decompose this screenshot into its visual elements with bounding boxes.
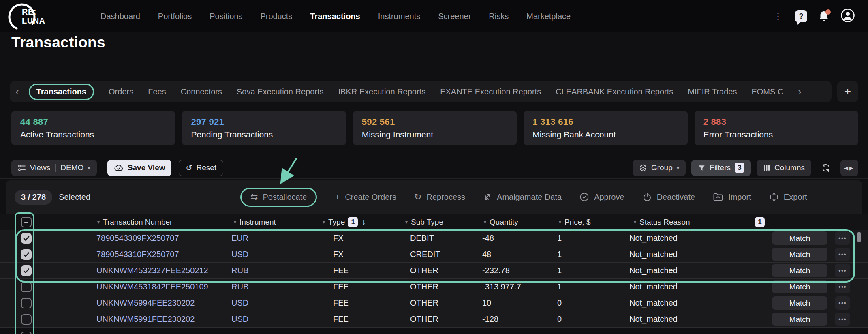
transaction-number-link[interactable]: 7890543310FX250707	[96, 250, 179, 259]
export-button[interactable]: Export	[769, 192, 807, 202]
tab-mifir-trades[interactable]: MIFIR Trades	[688, 87, 737, 96]
transaction-number-link[interactable]: UNKNWM4531842FEE250109	[96, 282, 208, 291]
nav-item-products[interactable]: Products	[260, 12, 292, 21]
stat-card-missing-instrument[interactable]: 592 561 Missing Instrument	[353, 111, 517, 145]
instrument-link[interactable]: USD	[231, 315, 248, 323]
tab-eoms[interactable]: EOMS C	[751, 87, 783, 96]
column-header-instrument[interactable]: ▾ Instrument	[229, 218, 320, 227]
match-button[interactable]: Match	[772, 248, 827, 261]
tabs-scroll-left-icon[interactable]: ‹	[15, 86, 19, 97]
column-header-quantity[interactable]: ▾ Quantity	[482, 218, 557, 227]
column-header-status-reason[interactable]: ▾ Status Reason	[621, 218, 748, 227]
column-menu-icon[interactable]: ▾	[323, 219, 325, 225]
notifications-bell-icon[interactable]	[818, 10, 830, 23]
nav-item-transactions[interactable]: Transactions	[310, 12, 360, 21]
tab-transactions[interactable]: Transactions	[29, 84, 94, 100]
column-menu-icon[interactable]: ▾	[559, 219, 561, 225]
instrument-link[interactable]: USD	[231, 250, 248, 259]
sort-descending-icon[interactable]: ↓	[362, 218, 366, 227]
instrument-link[interactable]: RUB	[231, 266, 248, 275]
match-button[interactable]: Match	[772, 313, 827, 326]
columns-button[interactable]: Columns	[757, 160, 811, 176]
table-row[interactable]: 7890543310FX250707 USD FX CREDIT 48 1 No…	[0, 246, 868, 263]
row-more-icon[interactable]: •••	[835, 264, 850, 277]
app-logo[interactable]: RE: LUNA	[7, 1, 56, 32]
tab-clearbank-execution-reports[interactable]: CLEARBANK Execution Reports	[556, 87, 673, 96]
filters-button[interactable]: Filters 3	[691, 160, 751, 176]
refresh-icon[interactable]	[817, 160, 835, 176]
postallocate-button[interactable]: ⇆ Postallocate	[240, 188, 317, 207]
nav-item-portfolios[interactable]: Portfolios	[158, 12, 192, 21]
tab-orders[interactable]: Orders	[109, 87, 133, 96]
nav-item-instruments[interactable]: Instruments	[378, 12, 420, 21]
row-checkbox[interactable]	[21, 265, 32, 276]
user-avatar-icon[interactable]	[840, 8, 855, 24]
row-more-icon[interactable]: •••	[835, 280, 850, 293]
create-orders-button[interactable]: + Create Orders	[335, 193, 396, 202]
transaction-number-link[interactable]: 7890543309FX250707	[96, 233, 179, 242]
tab-connectors[interactable]: Connectors	[181, 87, 222, 96]
group-dropdown[interactable]: Group ▾	[633, 160, 686, 176]
tab-fees[interactable]: Fees	[148, 87, 166, 96]
transaction-number-link[interactable]: UNKNWM4532327FEE250212	[96, 266, 208, 275]
transaction-number-link[interactable]: UNKNWM5991FEE230202	[96, 315, 195, 323]
instrument-link[interactable]: EUR	[231, 233, 248, 242]
table-row[interactable]: UNKNWM4532327FEE250212 RUB FEE OTHER -23…	[0, 263, 868, 279]
row-more-icon[interactable]: •••	[835, 231, 850, 245]
table-scrollbar-thumb[interactable]	[857, 232, 861, 242]
row-checkbox[interactable]	[21, 298, 32, 308]
column-menu-icon[interactable]: ▾	[405, 219, 408, 225]
stat-card-pending-transactions[interactable]: 297 921 Pending Transactions	[182, 111, 346, 145]
row-more-icon[interactable]: •••	[835, 248, 850, 261]
reset-button[interactable]: ↺ Reset	[179, 160, 223, 176]
tab-sova-execution-reports[interactable]: Sova Execution Reports	[237, 87, 324, 96]
column-menu-icon[interactable]: ▾	[97, 219, 100, 225]
instrument-link[interactable]: RUB	[231, 282, 248, 291]
views-dropdown[interactable]: Views DEMO ▾	[11, 160, 97, 176]
match-button[interactable]: Match	[772, 296, 827, 310]
kebab-menu-icon[interactable]: ⋮	[772, 11, 785, 21]
save-view-button[interactable]: Save View	[107, 160, 172, 176]
amalgamate-data-button[interactable]: Amalgamate Data	[483, 193, 562, 202]
nav-item-marketplace[interactable]: Marketplace	[526, 12, 571, 21]
row-checkbox[interactable]	[21, 233, 32, 244]
table-row[interactable]: UNKNWM4531842FEE250109 RUB FEE OTHER -31…	[0, 279, 868, 295]
column-header-price[interactable]: ▾ Price, $	[557, 218, 621, 227]
help-icon[interactable]: ?	[795, 10, 807, 22]
collapse-expand-panel-icon[interactable]: ◀▶	[840, 160, 858, 176]
nav-item-screener[interactable]: Screener	[438, 12, 471, 21]
add-tab-button[interactable]: +	[837, 81, 858, 102]
row-more-icon[interactable]: •••	[835, 313, 850, 326]
tabs-scroll-right-icon[interactable]: ›	[798, 86, 802, 97]
select-all-checkbox[interactable]	[21, 217, 32, 227]
column-header-transaction-number[interactable]: ▾ Transaction Number	[36, 218, 229, 227]
stat-card-missing-bank-account[interactable]: 1 313 616 Missing Bank Account	[524, 111, 687, 145]
row-checkbox[interactable]	[21, 249, 32, 260]
column-menu-icon[interactable]: ▾	[634, 219, 636, 225]
row-checkbox[interactable]	[21, 282, 32, 292]
approve-button[interactable]: Approve	[579, 192, 624, 202]
column-header-sub-type[interactable]: ▾ Sub Type	[405, 218, 482, 227]
match-button[interactable]: Match	[772, 280, 827, 293]
column-header-type[interactable]: ▾ Type 1 ↓	[320, 217, 405, 227]
deactivate-button[interactable]: Deactivate	[642, 192, 695, 202]
nav-item-risks[interactable]: Risks	[489, 12, 509, 21]
table-row[interactable]: UNKNWM5994FEE230202 USD FEE OTHER 10 0 N…	[0, 295, 868, 311]
column-menu-icon[interactable]: ▾	[484, 219, 486, 225]
table-row[interactable]: UNKNWM5991FEE230202 USD FEE OTHER -128 0…	[0, 311, 868, 328]
transaction-number-link[interactable]: UNKNWM5994FEE230202	[96, 298, 195, 307]
tab-ibkr-execution-reports[interactable]: IBKR Execution Reports	[338, 87, 426, 96]
column-menu-icon[interactable]: ▾	[234, 219, 236, 225]
tab-exante-execution-reports[interactable]: EXANTE Execution Reports	[440, 87, 541, 96]
nav-item-dashboard[interactable]: Dashboard	[100, 12, 140, 21]
nav-item-positions[interactable]: Positions	[210, 12, 242, 21]
row-checkbox[interactable]	[21, 314, 32, 325]
reprocess-button[interactable]: ↻ Reprocess	[414, 193, 465, 202]
import-button[interactable]: Import	[713, 193, 751, 202]
stat-card-active-transactions[interactable]: 44 887 Active Transactions	[11, 111, 175, 145]
match-button[interactable]: Match	[772, 264, 827, 277]
row-checkbox[interactable]	[21, 332, 32, 334]
table-row[interactable]: 7890543309FX250707 EUR FX DEBIT -48 1 No…	[0, 230, 868, 246]
match-button[interactable]: Match	[772, 231, 827, 245]
row-more-icon[interactable]: •••	[835, 296, 850, 310]
